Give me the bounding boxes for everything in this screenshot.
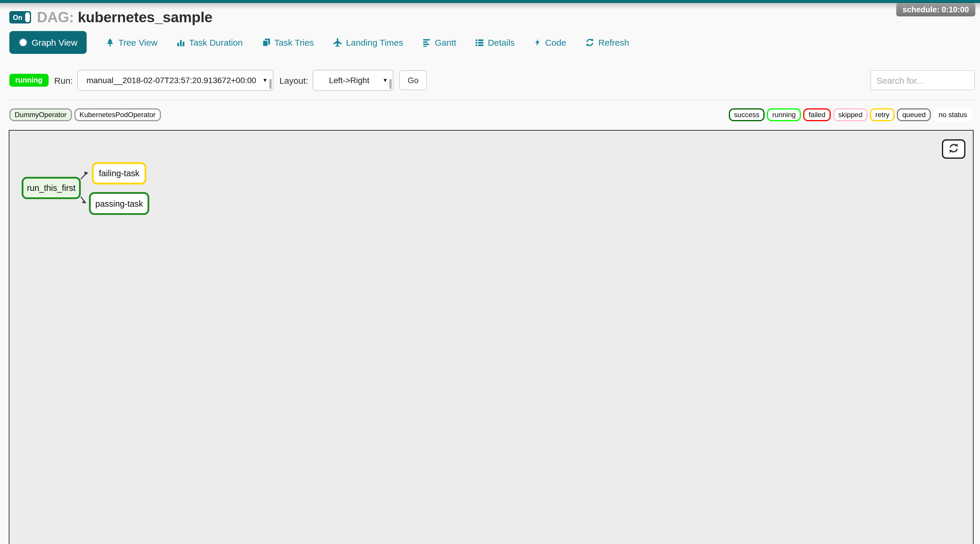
toggle-on-label: On: [13, 14, 22, 21]
refresh-icon: [585, 38, 594, 47]
task-node-run-this-first[interactable]: run_this_first: [22, 177, 81, 199]
files-icon: [262, 38, 270, 47]
task-node-failing-task[interactable]: failing-task: [92, 162, 146, 185]
dag-on-toggle[interactable]: On: [10, 11, 31, 24]
tab-label: Tree View: [118, 38, 157, 48]
status-legend-success: success: [729, 108, 765, 121]
align-left-icon: [422, 38, 431, 46]
run-controls-bar: running Run: manual__2018-02-07T23:57:20…: [10, 70, 975, 91]
tab-label: Code: [545, 38, 566, 48]
tab-label: Gantt: [435, 38, 456, 48]
tab-graph-view[interactable]: Graph View: [10, 31, 87, 54]
operator-legend: DummyOperator KubernetesPodOperator: [10, 108, 161, 121]
airflow-graph-view-page: On DAG: kubernetes_sample schedule: 0:10…: [0, 0, 980, 544]
divider: [9, 100, 974, 100]
tab-gantt[interactable]: Gantt: [422, 38, 456, 48]
status-legend-running: running: [767, 108, 801, 121]
status-legend-skipped: skipped: [833, 108, 868, 121]
status-legend: success running failed skipped retry que…: [729, 108, 972, 121]
tab-label: Task Duration: [189, 38, 243, 48]
tab-label: Details: [488, 38, 515, 48]
go-button[interactable]: Go: [399, 70, 427, 90]
tab-task-tries[interactable]: Task Tries: [262, 38, 314, 48]
plane-icon: [333, 38, 342, 47]
toggle-knob: [25, 12, 30, 22]
tab-tree-view[interactable]: Tree View: [106, 38, 157, 48]
tab-label: Refresh: [598, 38, 629, 48]
search-input[interactable]: [870, 70, 975, 90]
task-node-passing-task[interactable]: passing-task: [89, 192, 149, 215]
dag-graph-canvas[interactable]: run_this_first failing-task passing-task: [9, 130, 974, 544]
bar-chart-icon: [177, 38, 185, 46]
legend-row: DummyOperator KubernetesPodOperator succ…: [10, 108, 972, 121]
status-legend-retry: retry: [870, 108, 895, 121]
layout-select-value: Left->Right: [322, 76, 385, 85]
operator-legend-kubernetespod: KubernetesPodOperator: [74, 108, 161, 121]
dag-prefix-label: DAG:: [37, 9, 74, 25]
tab-code[interactable]: Code: [534, 38, 566, 48]
run-select-value: manual__2018-02-07T23:57:20.913672+00:00: [80, 76, 271, 85]
chevron-down-icon: ▼: [262, 77, 268, 83]
burst-icon: [19, 38, 27, 47]
tree-icon: [106, 38, 114, 47]
select-scroll-thumb: [390, 79, 392, 89]
chevron-down-icon: ▼: [383, 77, 388, 83]
tab-label: Landing Times: [346, 38, 403, 48]
operator-legend-dummy: DummyOperator: [10, 108, 72, 121]
top-navbar-strip: [0, 0, 980, 3]
tab-refresh[interactable]: Refresh: [585, 38, 629, 48]
list-icon: [476, 38, 484, 46]
run-select[interactable]: manual__2018-02-07T23:57:20.913672+00:00…: [77, 70, 274, 91]
layout-select[interactable]: Left->Right ▼: [313, 70, 394, 91]
view-tabs: Graph View Tree View Task Duration Task …: [10, 31, 629, 54]
tab-landing-times[interactable]: Landing Times: [333, 38, 403, 48]
page-header: On DAG: kubernetes_sample: [10, 9, 213, 26]
status-legend-no-status: no status: [934, 108, 972, 121]
run-label: Run:: [54, 75, 73, 85]
tab-label: Graph View: [32, 38, 77, 48]
dag-name: kubernetes_sample: [78, 9, 213, 25]
layout-label: Layout:: [279, 75, 308, 85]
tab-details[interactable]: Details: [476, 38, 515, 48]
tab-task-duration[interactable]: Task Duration: [177, 38, 243, 48]
page-title: DAG: kubernetes_sample: [37, 9, 213, 26]
dag-run-status-badge: running: [10, 74, 48, 87]
status-legend-failed: failed: [803, 108, 830, 121]
select-scroll-thumb: [269, 79, 272, 89]
refresh-icon: [948, 143, 959, 155]
schedule-badge: schedule: 0:10:00: [896, 3, 975, 16]
bolt-icon: [534, 38, 541, 47]
graph-refresh-button[interactable]: [942, 139, 966, 159]
status-legend-queued: queued: [897, 108, 931, 121]
tab-label: Task Tries: [274, 38, 314, 48]
